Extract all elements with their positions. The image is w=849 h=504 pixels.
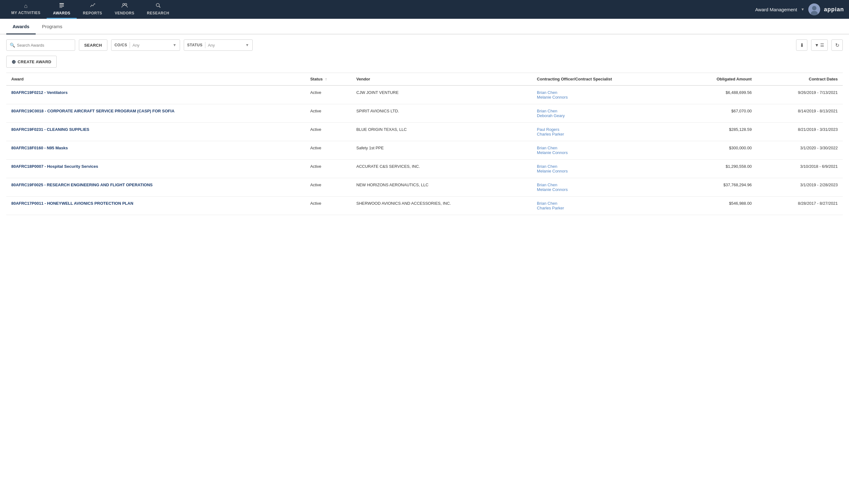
status-select[interactable]: Any bbox=[208, 43, 243, 48]
award-link-2[interactable]: 80AFRC19F0231 - CLEANING SUPPLIES bbox=[11, 127, 300, 132]
cell-dates-6: 8/28/2017 - 8/27/2021 bbox=[757, 197, 843, 215]
co-link-5[interactable]: Brian Chen bbox=[537, 182, 674, 187]
nav-item-my-activities[interactable]: ⌂ MY ACTIVITIES bbox=[5, 0, 47, 19]
search-input[interactable] bbox=[17, 43, 67, 48]
cs-link-3[interactable]: Melanie Connors bbox=[537, 150, 674, 155]
award-link-5[interactable]: 80AFRC19F0025 - RESEARCH ENGINEERING AND… bbox=[11, 182, 300, 187]
award-link-6[interactable]: 80AFRC17P0011 - HONEYWELL AVIONICS PROTE… bbox=[11, 201, 300, 206]
research-icon bbox=[155, 2, 161, 10]
table-row: 80AFRC18P0007 - Hospital Security Servic… bbox=[6, 160, 843, 178]
award-link-1[interactable]: 80AFRC19C0018 - CORPORATE AIRCRAFT SERVI… bbox=[11, 109, 300, 113]
top-navigation: ⌂ MY ACTIVITIES AWARDS REPORTS bbox=[0, 0, 849, 19]
nav-label-awards: AWARDS bbox=[53, 11, 70, 15]
cell-dates-0: 9/26/2019 - 7/13/2021 bbox=[757, 86, 843, 104]
refresh-button[interactable]: ↻ bbox=[831, 39, 843, 51]
cell-status-3: Active bbox=[305, 141, 351, 160]
download-button[interactable]: ⬇ bbox=[796, 39, 807, 51]
svg-rect-1 bbox=[59, 5, 64, 5]
cs-link-1[interactable]: Deborah Geary bbox=[537, 113, 674, 118]
cell-obligated-1: $67,070.00 bbox=[679, 104, 757, 123]
vendors-icon bbox=[122, 2, 128, 10]
toolbar: 🔍 SEARCH CO/CS Any ▼ STATUS Any ▼ ⬇ ▼ ☰ … bbox=[0, 34, 849, 56]
app-title[interactable]: Award Management bbox=[755, 7, 797, 12]
award-link-3[interactable]: 80AFRC18F0160 - N95 Masks bbox=[11, 146, 300, 150]
nav-label-research: RESEARCH bbox=[147, 11, 169, 15]
reports-icon bbox=[90, 2, 95, 10]
col-header-status[interactable]: Status ↑ bbox=[305, 73, 351, 86]
table-row: 80AFRC19C0018 - CORPORATE AIRCRAFT SERVI… bbox=[6, 104, 843, 123]
nav-item-vendors[interactable]: VENDORS bbox=[108, 0, 141, 19]
awards-icon bbox=[59, 2, 65, 10]
nav-item-reports[interactable]: REPORTS bbox=[77, 0, 109, 19]
tab-awards[interactable]: Awards bbox=[6, 19, 36, 34]
cell-award-6: 80AFRC17P0011 - HONEYWELL AVIONICS PROTE… bbox=[6, 197, 305, 215]
cell-co-cs-4: Brian Chen Melanie Connors bbox=[532, 160, 679, 178]
cocs-select[interactable]: Any bbox=[132, 43, 170, 48]
search-box: 🔍 bbox=[6, 39, 75, 51]
cell-vendor-2: BLUE ORIGIN TEXAS, LLC bbox=[351, 123, 532, 141]
co-link-1[interactable]: Brian Chen bbox=[537, 109, 674, 113]
award-link-4[interactable]: 80AFRC18P0007 - Hospital Security Servic… bbox=[11, 164, 300, 169]
sort-icon: ↑ bbox=[325, 77, 327, 82]
table-header-row: Award Status ↑ Vendor Contracting Office… bbox=[6, 73, 843, 86]
page-tabs: Awards Programs bbox=[0, 19, 849, 34]
co-link-0[interactable]: Brian Chen bbox=[537, 90, 674, 95]
create-award-button[interactable]: ⊕ CREATE AWARD bbox=[6, 56, 57, 68]
refresh-icon: ↻ bbox=[835, 42, 839, 48]
cell-award-3: 80AFRC18F0160 - N95 Masks bbox=[6, 141, 305, 160]
cell-award-2: 80AFRC19F0231 - CLEANING SUPPLIES bbox=[6, 123, 305, 141]
status-filter: STATUS Any ▼ bbox=[184, 39, 253, 51]
cell-status-4: Active bbox=[305, 160, 351, 178]
cs-link-6[interactable]: Charles Parker bbox=[537, 206, 674, 210]
nav-item-research[interactable]: RESEARCH bbox=[141, 0, 175, 19]
cell-vendor-1: SPIRIT AVIONICS LTD. bbox=[351, 104, 532, 123]
status-divider bbox=[205, 42, 205, 48]
cs-link-2[interactable]: Charles Parker bbox=[537, 132, 674, 137]
cell-status-6: Active bbox=[305, 197, 351, 215]
cell-dates-5: 3/1/2019 - 2/28/2023 bbox=[757, 178, 843, 197]
cell-obligated-4: $1,290,558.00 bbox=[679, 160, 757, 178]
awards-table-container: Award Status ↑ Vendor Contracting Office… bbox=[0, 73, 849, 215]
co-link-3[interactable]: Brian Chen bbox=[537, 146, 674, 150]
cell-vendor-4: ACCURATE C&S SERVICES, INC. bbox=[351, 160, 532, 178]
download-icon: ⬇ bbox=[800, 42, 804, 48]
nav-label-reports: REPORTS bbox=[83, 11, 102, 15]
cell-status-0: Active bbox=[305, 86, 351, 104]
cell-vendor-3: Safety 1st PPE bbox=[351, 141, 532, 160]
nav-items: ⌂ MY ACTIVITIES AWARDS REPORTS bbox=[5, 0, 755, 19]
avatar[interactable] bbox=[808, 3, 820, 15]
co-link-4[interactable]: Brian Chen bbox=[537, 164, 674, 169]
cell-dates-2: 8/21/2019 - 3/31/2023 bbox=[757, 123, 843, 141]
cell-obligated-3: $300,000.00 bbox=[679, 141, 757, 160]
cs-link-4[interactable]: Melanie Connors bbox=[537, 169, 674, 174]
cell-obligated-2: $285,128.59 bbox=[679, 123, 757, 141]
cell-status-1: Active bbox=[305, 104, 351, 123]
award-link-0[interactable]: 80AFRC19F0212 - Ventilators bbox=[11, 90, 300, 95]
cell-vendor-6: SHERWOOD AVIONICS AND ACCESSORIES, INC. bbox=[351, 197, 532, 215]
svg-point-5 bbox=[125, 3, 127, 5]
cell-co-cs-1: Brian Chen Deborah Geary bbox=[532, 104, 679, 123]
cs-link-5[interactable]: Melanie Connors bbox=[537, 187, 674, 192]
search-icon: 🔍 bbox=[10, 42, 15, 48]
co-link-6[interactable]: Brian Chen bbox=[537, 201, 674, 206]
cell-obligated-0: $6,488,699.56 bbox=[679, 86, 757, 104]
svg-line-7 bbox=[159, 6, 160, 7]
cell-dates-1: 8/14/2019 - 8/13/2021 bbox=[757, 104, 843, 123]
create-area: ⊕ CREATE AWARD bbox=[0, 56, 849, 73]
nav-label-vendors: VENDORS bbox=[114, 11, 134, 15]
cell-obligated-6: $546,988.00 bbox=[679, 197, 757, 215]
tab-programs[interactable]: Programs bbox=[36, 19, 69, 34]
nav-right: Award Management ▼ appian bbox=[755, 3, 844, 15]
table-row: 80AFRC18F0160 - N95 Masks Active Safety … bbox=[6, 141, 843, 160]
app-title-dropdown-icon[interactable]: ▼ bbox=[801, 7, 805, 12]
co-link-2[interactable]: Paul Rogers bbox=[537, 127, 674, 132]
cs-link-0[interactable]: Melanie Connors bbox=[537, 95, 674, 100]
table-row: 80AFRC19F0212 - Ventilators Active CJW J… bbox=[6, 86, 843, 104]
filter-button[interactable]: ▼ ☰ bbox=[811, 39, 828, 51]
cell-status-2: Active bbox=[305, 123, 351, 141]
cell-co-cs-6: Brian Chen Charles Parker bbox=[532, 197, 679, 215]
nav-item-awards[interactable]: AWARDS bbox=[47, 0, 77, 19]
cocs-divider bbox=[130, 42, 130, 48]
search-button[interactable]: SEARCH bbox=[79, 39, 107, 51]
cocs-filter: CO/CS Any ▼ bbox=[111, 39, 180, 51]
